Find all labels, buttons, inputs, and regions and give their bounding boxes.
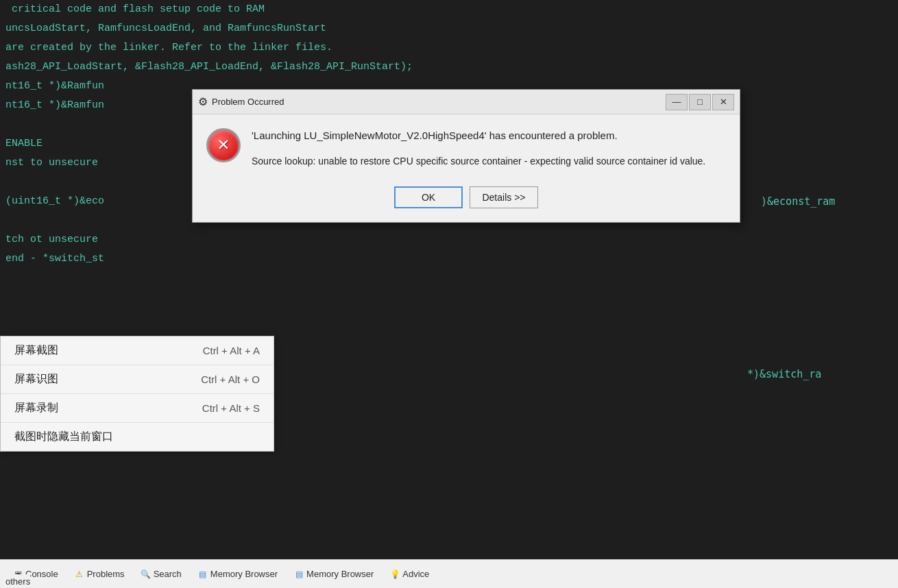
dialog-title-left: ⚙ Problem Occurred <box>198 95 284 108</box>
tab-search-label: Search <box>154 569 182 579</box>
search-icon: 🔍 <box>141 569 151 579</box>
tab-search[interactable]: 🔍 Search <box>134 565 189 583</box>
dialog-footer: OK Details >> <box>193 180 740 222</box>
dialog-maximize-button[interactable]: □ <box>689 94 711 110</box>
memory-browser-1-icon: ▤ <box>198 569 208 579</box>
code-line-4: ash28_API_LoadStart, &Flash28_API_LoadEn… <box>0 58 898 77</box>
context-menu-screenshot-shortcut: Ctrl + Alt + A <box>203 345 260 356</box>
code-line-14: end - *switch_st <box>0 249 898 269</box>
bottom-others-label: others <box>0 574 30 588</box>
tab-memory-browser-2-label: Memory Browser <box>306 569 374 579</box>
code-line-2: uncsLoadStart, RamfuncsLoadEnd, and Ramf… <box>0 19 898 38</box>
context-menu-ocr-shortcut: Ctrl + Alt + O <box>201 373 260 385</box>
dialog-minimize-button[interactable]: — <box>666 94 688 110</box>
context-menu-record-label: 屏幕录制 <box>14 401 58 415</box>
code-line-1: critical code and flash setup code to RA… <box>0 0 898 19</box>
dialog-close-button[interactable]: ✕ <box>712 94 734 110</box>
tab-memory-browser-2[interactable]: ▤ Memory Browser <box>287 565 381 583</box>
tab-problems-label: Problems <box>87 569 125 579</box>
tab-memory-browser-1-label: Memory Browser <box>210 569 278 579</box>
code-right-fragment-1: )&econst_ram <box>761 192 898 211</box>
memory-browser-2-icon: ▤ <box>294 569 304 579</box>
code-line-13: tch ot unsecure <box>0 230 898 249</box>
tab-advice-label: Advice <box>402 569 429 579</box>
dialog-content: ✕ 'Launching LU_SimpleNewMotor_V2.0HighS… <box>193 114 740 180</box>
error-x-mark: ✕ <box>218 136 230 155</box>
problems-icon: ⚠ <box>75 569 84 579</box>
context-menu-screenshot-label: 屏幕截图 <box>14 343 58 358</box>
tab-memory-browser-1[interactable]: ▤ Memory Browser <box>191 565 285 583</box>
dialog-title-text: Problem Occurred <box>212 97 284 107</box>
dialog-gear-icon: ⚙ <box>198 95 208 108</box>
error-icon-circle: ✕ <box>206 128 241 162</box>
bottom-tab-bar: ▣ Console ⚠ Problems 🔍 Search ▤ Memory B… <box>0 559 898 588</box>
tab-console-label: Console <box>25 569 58 579</box>
problem-occurred-dialog[interactable]: ⚙ Problem Occurred — □ ✕ ✕ 'Launching LU… <box>192 89 740 223</box>
context-menu-ocr[interactable]: 屏幕识图 Ctrl + Alt + O <box>1 365 274 394</box>
context-menu-ocr-label: 屏幕识图 <box>14 372 58 387</box>
context-menu-record-shortcut: Ctrl + Alt + S <box>202 402 260 414</box>
dialog-message-area: 'Launching LU_SimpleNewMotor_V2.0HighSpe… <box>252 128 726 169</box>
dialog-details-button[interactable]: Details >> <box>470 186 538 208</box>
tab-advice[interactable]: 💡 Advice <box>383 565 437 583</box>
advice-icon: 💡 <box>390 569 400 579</box>
dialog-ok-button[interactable]: OK <box>394 186 463 208</box>
context-menu-record[interactable]: 屏幕录制 Ctrl + Alt + S <box>1 394 274 423</box>
context-menu-hide-window[interactable]: 截图时隐藏当前窗口 <box>1 423 274 451</box>
dialog-titlebar: ⚙ Problem Occurred — □ ✕ <box>193 90 740 114</box>
code-right-fragment-2: *)&switch_ra <box>747 365 898 384</box>
code-line-3: are created by the linker. Refer to the … <box>0 38 898 58</box>
dialog-message-title: 'Launching LU_SimpleNewMotor_V2.0HighSpe… <box>252 128 726 144</box>
error-icon: ✕ <box>206 128 241 162</box>
dialog-message-detail: Source lookup: unable to restore CPU spe… <box>252 154 726 169</box>
context-menu-screenshot[interactable]: 屏幕截图 Ctrl + Alt + A <box>1 336 274 365</box>
context-menu: 屏幕截图 Ctrl + Alt + A 屏幕识图 Ctrl + Alt + O … <box>0 336 274 452</box>
dialog-window-controls: — □ ✕ <box>666 94 734 110</box>
code-editor: critical code and flash setup code to RA… <box>0 0 898 588</box>
tab-problems[interactable]: ⚠ Problems <box>67 565 132 583</box>
context-menu-hide-label: 截图时隐藏当前窗口 <box>14 430 113 444</box>
